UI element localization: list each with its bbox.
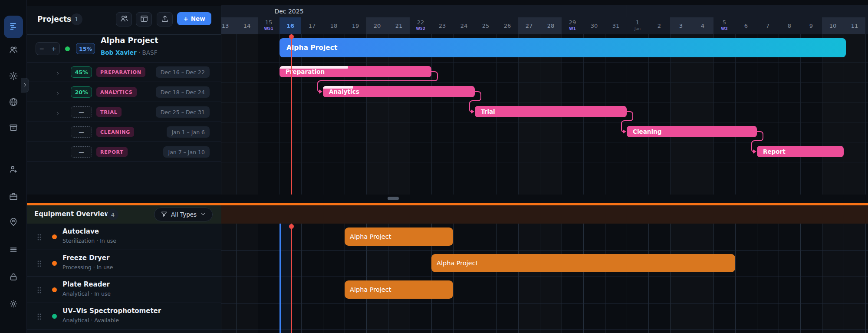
task-row[interactable]: 45%PREPARATIONDec 16 – Dec 22 [27,62,221,82]
drag-handle[interactable] [37,260,41,269]
sidebar-item-sun[interactable] [0,295,27,314]
section-resize-divider[interactable] [27,203,868,205]
equipment-usage-bar[interactable]: Alpha Project [345,227,453,246]
day-header-cell[interactable]: 13 [221,17,236,34]
sidebar-item-briefcase[interactable] [0,188,27,207]
sidebar-item-users[interactable] [0,41,27,60]
day-header-cell[interactable]: 28 [540,17,562,34]
project-gantt-bar[interactable]: Alpha Project [279,38,846,57]
day-header-cell[interactable]: 8 [779,17,800,34]
chevron-right-icon [56,89,60,98]
sidebar-item-archive[interactable] [0,119,27,138]
timeline-month-label: Dec 2025 [274,8,303,15]
day-header-cell[interactable]: 16 [279,17,301,34]
equipment-row[interactable]: UV–Vis SpectrophotometerAnalytical · Ava… [27,303,221,330]
project-owner[interactable]: Bob Xavier [101,49,137,56]
sidebar-item-globe[interactable] [0,93,27,112]
day-header-cell[interactable]: 29W1 [562,17,583,34]
day-header-cell[interactable]: 3 [670,17,692,34]
task-row[interactable]: —REPORTJan 7 – Jan 10 [27,142,221,162]
weekend-shade [366,34,388,195]
equipment-usage-bar[interactable]: Alpha Project [431,254,735,272]
day-header-cell[interactable]: 7 [757,17,779,34]
day-header-cell[interactable]: 14 [236,17,258,34]
day-header-cell[interactable]: 19 [345,17,366,34]
day-header-cell[interactable]: 23 [431,17,453,34]
sidebar-item-menu[interactable] [0,241,27,260]
equipment-name: Plate Reader [62,280,110,288]
day-header-cell[interactable]: 4 [692,17,713,34]
day-header-cell[interactable]: 26 [496,17,518,34]
day-header-cell[interactable]: 5W2 [713,17,735,34]
drag-handle[interactable] [37,234,41,242]
equipment-meta: Processing · In use [62,264,113,270]
task-gantt-bar[interactable]: Trial [475,106,627,117]
day-header-cell[interactable]: 17 [301,17,323,34]
archive-icon [9,123,18,134]
grid-line [301,224,302,333]
timeline-month-row [221,5,868,17]
day-header-cell[interactable]: 24 [453,17,475,34]
weekend-shade [518,224,540,333]
day-header-cell[interactable]: 2 [648,17,670,34]
day-header-cell[interactable]: 1Jan [627,17,648,34]
day-header-cell[interactable]: 11 [844,17,865,34]
panel-expand-tab[interactable] [21,78,29,92]
grid-line [844,34,844,195]
task-expand-chevron[interactable] [56,109,60,118]
task-gantt-bar[interactable]: Analytics [323,86,475,97]
drag-handle[interactable] [37,287,41,295]
day-header-cell[interactable]: 21 [388,17,410,34]
day-number: 19 [352,23,359,29]
filter-label: All Types [171,211,197,218]
day-number: 15 [265,20,273,25]
equipment-name: Autoclave [62,227,99,235]
task-expand-chevron[interactable] [56,69,60,78]
equipment-type-filter[interactable]: All Types [154,208,213,221]
today-marker-dot [289,224,294,229]
task-gantt-bar[interactable]: Report [757,146,844,157]
task-row[interactable]: —CLEANINGJan 1 – Jan 6 [27,122,221,142]
day-header-cell[interactable]: 6 [735,17,757,34]
sidebar-item-lock[interactable] [0,268,27,287]
day-header-cell[interactable]: 31 [605,17,627,34]
equipment-usage-bar[interactable]: Alpha Project [345,280,453,299]
assignees-button[interactable] [116,12,132,26]
equipment-row[interactable]: Plate ReaderAnalytical · In use [27,277,221,303]
day-header-cell[interactable]: 18 [323,17,345,34]
day-header-cell[interactable]: 15W51 [258,17,279,34]
day-header-cell[interactable]: 9 [800,17,822,34]
project-name: Alpha Project [101,36,158,45]
day-header-cell[interactable]: 10 [822,17,844,34]
grid-line [735,224,736,333]
new-project-button[interactable]: + New [177,12,211,25]
sidebar-item-gantt-logo[interactable] [0,17,27,36]
day-header-cell[interactable]: 30 [583,17,605,34]
day-number: 7 [766,23,769,29]
task-gantt-bar[interactable]: Cleaning [627,126,757,137]
weekend-shade [844,224,865,333]
export-button[interactable] [157,12,173,26]
task-row[interactable]: —TRIALDec 25 – Dec 31 [27,102,221,122]
grid-line [221,330,868,330]
day-header-cell[interactable]: 25 [475,17,496,34]
grid-line [670,224,671,333]
collapse-button[interactable]: − [36,43,48,55]
drag-handle[interactable] [37,313,41,322]
task-row[interactable]: 20%ANALYTICSDec 18 – Dec 24 [27,82,221,102]
weekend-shade [221,34,236,195]
sidebar-item-user-plus[interactable] [0,161,27,180]
equipment-row[interactable]: Freeze DryerProcessing · In use [27,250,221,277]
sidebar-item-map-pin[interactable] [0,213,27,232]
day-header-cell[interactable]: 22W52 [410,17,431,34]
layout-button[interactable] [136,12,152,26]
day-header-cell[interactable]: 20 [366,17,388,34]
divider [27,162,221,162]
day-number: 16 [286,23,294,29]
equipment-row[interactable]: AutoclaveSterilization · In use [27,224,221,250]
expand-button[interactable]: + [48,43,60,55]
task-expand-chevron[interactable] [56,89,60,98]
task-gantt-bar[interactable]: Preparation [279,66,431,77]
day-header-cell[interactable]: 27 [518,17,540,34]
horizontal-scrollbar-thumb[interactable] [388,197,399,200]
